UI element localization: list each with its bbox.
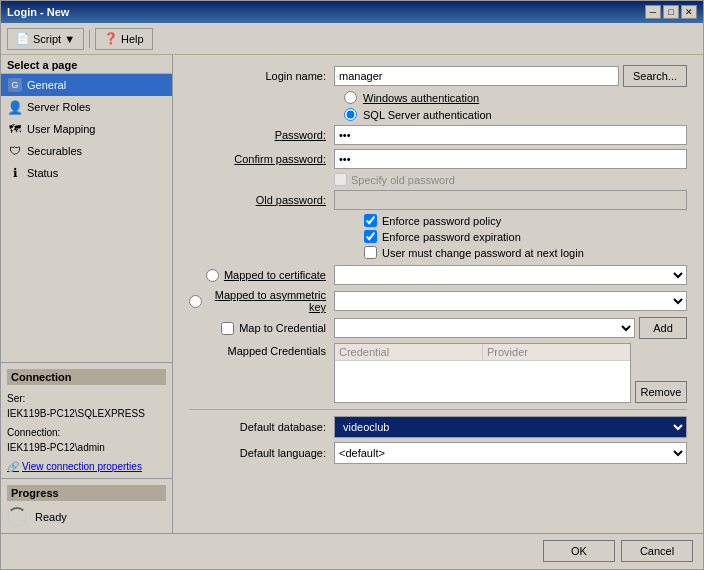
progress-row: Ready <box>7 507 166 527</box>
script-button[interactable]: 📄 Script ▼ <box>7 28 84 50</box>
mapped-credentials-label: Mapped Credentials <box>189 343 334 403</box>
cancel-button[interactable]: Cancel <box>621 540 693 562</box>
enforce-policy-checkbox[interactable] <box>364 214 377 227</box>
minimize-button[interactable]: ─ <box>645 5 661 19</box>
credentials-table: Credential Provider <box>334 343 631 403</box>
user-mapping-icon: 🗺 <box>7 121 23 137</box>
help-button[interactable]: ❓ Help <box>95 28 153 50</box>
progress-section: Progress Ready <box>1 478 172 533</box>
general-icon: G <box>7 77 23 93</box>
script-label: Script <box>33 33 61 45</box>
enforce-expiration-label: Enforce password expiration <box>382 231 521 243</box>
sidebar-item-general[interactable]: G General <box>1 74 172 96</box>
help-icon: ❓ <box>104 32 118 45</box>
enforce-expiration-checkbox[interactable] <box>364 230 377 243</box>
specify-old-row: Specify old password <box>189 173 687 186</box>
sidebar-item-server-roles[interactable]: 👤 Server Roles <box>1 96 172 118</box>
toolbar: 📄 Script ▼ ❓ Help <box>1 23 703 55</box>
password-input[interactable] <box>334 125 687 145</box>
connection-section: Connection Ser: IEK119B-PC12\SQLEXPRESS … <box>1 362 172 478</box>
close-button[interactable]: ✕ <box>681 5 697 19</box>
script-icon: 📄 <box>16 32 30 45</box>
confirm-password-label: Confirm password: <box>189 153 334 165</box>
provider-col: Provider <box>483 344 630 360</box>
specify-old-checkbox <box>334 173 347 186</box>
login-name-input[interactable] <box>334 66 619 86</box>
login-new-window: Login - New ─ □ ✕ 📄 Script ▼ ❓ Help Sele… <box>0 0 704 570</box>
connection-title: Connection <box>7 369 166 385</box>
progress-spinner <box>7 507 27 527</box>
title-bar: Login - New ─ □ ✕ <box>1 1 703 23</box>
sidebar-item-label-user-mapping: User Mapping <box>27 123 95 135</box>
window-controls: ─ □ ✕ <box>645 5 697 19</box>
add-button[interactable]: Add <box>639 317 687 339</box>
login-name-label: Login name: <box>189 70 334 82</box>
mapped-asym-spacer: Mapped to asymmetric key <box>189 289 334 313</box>
main-content: Select a page G General 👤 Server Roles 🗺… <box>1 55 703 533</box>
footer: OK Cancel <box>1 533 703 569</box>
sidebar-section-label: Select a page <box>1 55 172 74</box>
mapped-cert-select[interactable] <box>334 265 687 285</box>
progress-title: Progress <box>7 485 166 501</box>
enforce-expiration-row: Enforce password expiration <box>189 230 687 243</box>
window-title: Login - New <box>7 6 69 18</box>
restore-button[interactable]: □ <box>663 5 679 19</box>
old-password-row: Old password: <box>189 190 687 210</box>
remove-button[interactable]: Remove <box>635 381 687 403</box>
sidebar-item-status[interactable]: ℹ Status <box>1 162 172 184</box>
old-password-input <box>334 190 687 210</box>
login-name-row: Login name: Search... <box>189 65 687 87</box>
sidebar-item-label-general: General <box>27 79 66 91</box>
must-change-row: User must change password at next login <box>189 246 687 259</box>
mapped-asym-select[interactable] <box>334 291 687 311</box>
default-lang-label: Default language: <box>189 447 334 459</box>
mapped-cert-radio[interactable] <box>206 269 219 282</box>
confirm-password-row: Confirm password: <box>189 149 687 169</box>
mapped-credentials-area: Mapped Credentials Credential Provider R… <box>189 343 687 403</box>
sidebar-item-label-status: Status <box>27 167 58 179</box>
search-button[interactable]: Search... <box>623 65 687 87</box>
sql-auth-radio[interactable] <box>344 108 357 121</box>
map-cred-spacer: Map to Credential <box>189 322 334 335</box>
default-db-row: Default database: videoclub <box>189 416 687 438</box>
sidebar-item-label-securables: Securables <box>27 145 82 157</box>
help-label: Help <box>121 33 144 45</box>
securables-icon: 🛡 <box>7 143 23 159</box>
windows-auth-radio[interactable] <box>344 91 357 104</box>
sidebar-item-securables[interactable]: 🛡 Securables <box>1 140 172 162</box>
script-dropdown-icon: ▼ <box>64 33 75 45</box>
windows-auth-row: Windows authentication <box>189 91 687 104</box>
status-icon: ℹ <box>7 165 23 181</box>
mapped-cert-row: Mapped to certificate <box>189 265 687 285</box>
map-credential-checkbox[interactable] <box>221 322 234 335</box>
credentials-header: Credential Provider <box>335 344 630 361</box>
default-lang-row: Default language: <default> <box>189 442 687 464</box>
ok-button[interactable]: OK <box>543 540 615 562</box>
mapped-asym-radio[interactable] <box>189 295 202 308</box>
windows-auth-label: Windows authentication <box>363 92 479 104</box>
sidebar-item-user-mapping[interactable]: 🗺 User Mapping <box>1 118 172 140</box>
connection-server: Ser: IEK119B-PC12\SQLEXPRESS <box>7 389 166 423</box>
map-credential-select[interactable] <box>334 318 635 338</box>
must-change-checkbox[interactable] <box>364 246 377 259</box>
confirm-password-input[interactable] <box>334 149 687 169</box>
sidebar-item-label-server-roles: Server Roles <box>27 101 91 113</box>
connection-link-icon: 🔗 <box>7 461 19 472</box>
map-credential-row: Map to Credential Add <box>189 317 687 339</box>
sidebar: Select a page G General 👤 Server Roles 🗺… <box>1 55 173 533</box>
sql-auth-label: SQL Server authentication <box>363 109 492 121</box>
password-label: Password: <box>189 129 334 141</box>
mapped-asym-row: Mapped to asymmetric key <box>189 289 687 313</box>
view-connection-properties-link[interactable]: 🔗 View connection properties <box>7 461 166 472</box>
sql-auth-row: SQL Server authentication <box>189 108 687 121</box>
enforce-policy-label: Enforce password policy <box>382 215 501 227</box>
enforce-policy-row: Enforce password policy <box>189 214 687 227</box>
password-row: Password: <box>189 125 687 145</box>
default-db-label: Default database: <box>189 421 334 433</box>
default-db-select[interactable]: videoclub <box>334 416 687 438</box>
progress-status: Ready <box>35 511 67 523</box>
content-area: Login name: Search... Windows authentica… <box>173 55 703 533</box>
specify-old-label: Specify old password <box>351 174 455 186</box>
default-lang-select[interactable]: <default> <box>334 442 687 464</box>
old-password-label: Old password: <box>189 194 334 206</box>
